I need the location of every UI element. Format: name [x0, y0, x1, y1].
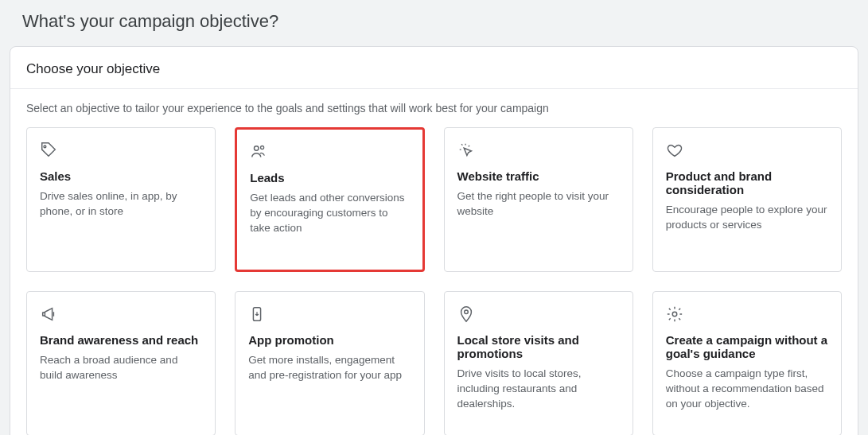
- card-desc: Get leads and other conversions by encou…: [250, 191, 409, 236]
- card-title: Local store visits and promotions: [457, 333, 620, 360]
- card-desc: Encourage people to explore your product…: [666, 203, 828, 233]
- pin-icon: [457, 305, 620, 324]
- card-desc: Drive visits to local stores, including …: [457, 367, 620, 412]
- card-title: Website traffic: [457, 169, 620, 183]
- objective-card-product-brand[interactable]: Product and brand consideration Encourag…: [652, 127, 842, 272]
- card-desc: Get the right people to visit your websi…: [457, 189, 620, 219]
- card-title: App promotion: [248, 333, 411, 347]
- card-desc: Get more installs, engagement and pre-re…: [248, 353, 411, 383]
- objective-card-local-store[interactable]: Local store visits and promotions Drive …: [444, 291, 633, 435]
- card-desc: Reach a broad audience and build awarene…: [40, 353, 202, 383]
- objective-grid: Sales Drive sales online, in app, by pho…: [10, 122, 858, 435]
- page-title: What's your campaign objective?: [0, 0, 868, 46]
- tag-icon: [40, 141, 202, 160]
- card-title: Create a campaign without a goal's guida…: [666, 333, 828, 360]
- objective-card-website-traffic[interactable]: Website traffic Get the right people to …: [444, 127, 633, 272]
- objective-card-sales[interactable]: Sales Drive sales online, in app, by pho…: [26, 127, 216, 272]
- objective-card-no-goal[interactable]: Create a campaign without a goal's guida…: [652, 291, 842, 435]
- click-icon: [457, 141, 620, 160]
- objective-card-leads[interactable]: Leads Get leads and other conversions by…: [235, 127, 424, 272]
- card-title: Leads: [250, 171, 409, 184]
- card-desc: Choose a campaign type first, without a …: [666, 367, 828, 412]
- card-title: Sales: [40, 169, 202, 183]
- card-desc: Drive sales online, in app, by phone, or…: [40, 189, 202, 219]
- leads-icon: [250, 142, 409, 161]
- app-icon: [248, 305, 411, 324]
- objective-card-brand-awareness[interactable]: Brand awareness and reach Reach a broad …: [26, 291, 216, 435]
- card-title: Product and brand consideration: [666, 169, 828, 196]
- gear-icon: [666, 305, 828, 324]
- objective-panel: Choose your objective Select an objectiv…: [10, 46, 858, 435]
- megaphone-icon: [40, 305, 202, 324]
- objective-card-app-promotion[interactable]: App promotion Get more installs, engagem…: [235, 291, 424, 435]
- heart-icon: [666, 141, 828, 160]
- panel-title: Choose your objective: [10, 47, 858, 89]
- card-title: Brand awareness and reach: [40, 333, 202, 347]
- panel-description: Select an objective to tailor your exper…: [10, 89, 858, 122]
